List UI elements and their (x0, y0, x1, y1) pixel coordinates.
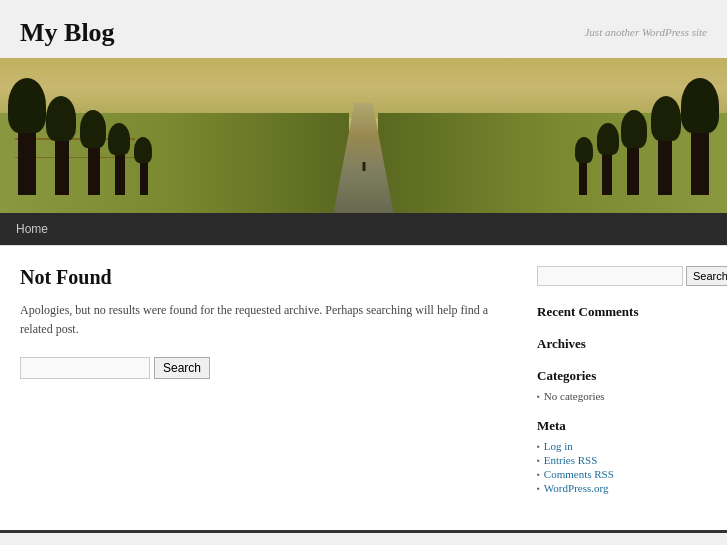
sidebar-recent-comments-title: Recent Comments (537, 304, 707, 320)
site-title: My Blog (20, 18, 115, 48)
sidebar-meta-entries-rss: Entries RSS (537, 454, 707, 466)
footer: My Blog Proudly powered by WordPress. In… (0, 530, 727, 545)
sidebar-login-link[interactable]: Log in (544, 440, 573, 452)
not-found-heading: Not Found (20, 266, 507, 289)
sidebar-meta-wordpress-org: WordPress.org (537, 482, 707, 494)
site-tagline: Just another WordPress site (584, 26, 707, 38)
sidebar-meta-comments-rss: Comments RSS (537, 468, 707, 480)
main-search-form: Search (20, 357, 507, 379)
navbar: Home (0, 213, 727, 245)
main-search-input[interactable] (20, 357, 150, 379)
sidebar-comments-rss-link[interactable]: Comments RSS (544, 468, 614, 480)
hero-image (0, 58, 727, 213)
sidebar-wordpress-org-link[interactable]: WordPress.org (544, 482, 609, 494)
sidebar-archives-title: Archives (537, 336, 707, 352)
sidebar: Search Recent Comments Archives Categori… (537, 266, 707, 510)
sidebar-archives: Archives (537, 336, 707, 352)
main-search-button[interactable]: Search (154, 357, 210, 379)
nav-home[interactable]: Home (0, 213, 64, 245)
sidebar-search-button[interactable]: Search (686, 266, 727, 286)
sidebar-search-input[interactable] (537, 266, 683, 286)
sidebar-search-form: Search (537, 266, 707, 286)
sidebar-meta-login: Log in (537, 440, 707, 452)
sidebar-categories: Categories No categories (537, 368, 707, 402)
sidebar-entries-rss-link[interactable]: Entries RSS (544, 454, 597, 466)
sidebar-meta-title: Meta (537, 418, 707, 434)
main-content: Not Found Apologies, but no results were… (20, 266, 537, 510)
not-found-description: Apologies, but no results were found for… (20, 301, 507, 339)
sidebar-no-categories: No categories (537, 390, 707, 402)
sidebar-recent-comments: Recent Comments (537, 304, 707, 320)
sidebar-categories-title: Categories (537, 368, 707, 384)
sidebar-meta: Meta Log in Entries RSS Comments RSS Wor… (537, 418, 707, 494)
